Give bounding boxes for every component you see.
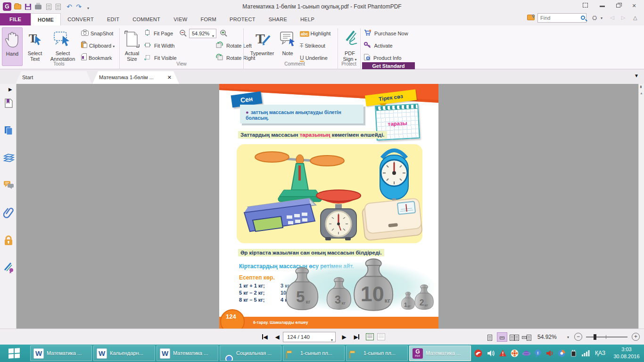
- language-indicator[interactable]: ҚАЗ: [595, 350, 605, 356]
- taskbar-button-word-2[interactable]: W Кальендарн...: [93, 346, 155, 361]
- tab-edit[interactable]: EDIT: [100, 13, 126, 25]
- tab-share[interactable]: SHARE: [262, 13, 294, 25]
- tab-list-caret[interactable]: ▼: [634, 73, 639, 78]
- signature-panel-icon[interactable]: [3, 262, 14, 272]
- power-tray-icon[interactable]: [570, 349, 578, 358]
- warning-tray-icon[interactable]: [499, 349, 507, 358]
- zoom-slider[interactable]: [586, 337, 627, 337]
- planet-tray-icon[interactable]: [522, 349, 530, 358]
- select-annotation-button[interactable]: Select Annotation: [47, 27, 78, 66]
- netdrive-tray-icon[interactable]: [558, 349, 566, 358]
- clipboard-caret[interactable]: ▾: [113, 44, 115, 49]
- foxit-app-icon[interactable]: G: [3, 2, 11, 11]
- clipboard-button[interactable]: Clipboard ▾: [81, 41, 115, 51]
- hand-tool-button[interactable]: Hand: [2, 27, 23, 66]
- tab-home[interactable]: HOME: [31, 13, 61, 25]
- taskbar-button-word-3[interactable]: W Математика ...: [157, 346, 218, 361]
- fit-page-button[interactable]: Fit Page: [144, 28, 173, 39]
- next-page-button[interactable]: ▶: [339, 332, 350, 342]
- doc-tab-start[interactable]: Start: [16, 71, 92, 84]
- single-page-layout-icon[interactable]: [485, 332, 495, 342]
- zoom-level-combo[interactable]: 54.92% ▾: [189, 29, 216, 38]
- previous-view-icon[interactable]: [366, 333, 374, 340]
- gear-icon[interactable]: ⛭: [592, 14, 597, 22]
- zoom-out-icon[interactable]: [179, 29, 187, 38]
- highlight-button[interactable]: abc Highlight: [300, 28, 330, 39]
- find-search-icon[interactable]: [581, 15, 585, 21]
- tab-file[interactable]: FILE: [0, 13, 31, 25]
- note-button[interactable]: Note: [279, 27, 296, 66]
- zoom-in-button[interactable]: +: [632, 333, 640, 341]
- taskbar-button-foxit[interactable]: GPDF Математика ...: [409, 346, 471, 361]
- security-panel-icon[interactable]: [3, 235, 14, 245]
- continuous-facing-layout-icon[interactable]: [521, 332, 532, 342]
- first-page-button[interactable]: ◀: [259, 332, 271, 342]
- strikeout-button[interactable]: T Strikeout: [300, 41, 325, 51]
- tab-form[interactable]: FORM: [194, 13, 223, 25]
- page-number-combo[interactable]: 124 / 140 ▾: [283, 332, 336, 342]
- zoom-out-button[interactable]: −: [574, 333, 582, 341]
- fit-width-button[interactable]: Fit Width: [144, 41, 174, 51]
- undo-icon[interactable]: ↶: [65, 2, 74, 11]
- print-icon[interactable]: [34, 2, 42, 11]
- zoom-slider-thumb[interactable]: [594, 334, 596, 340]
- restore-button[interactable]: [611, 2, 625, 10]
- close-button[interactable]: ✕: [627, 2, 641, 10]
- network-signal-tray-icon[interactable]: [581, 349, 590, 358]
- attachments-panel-icon[interactable]: [3, 207, 14, 218]
- email-icon[interactable]: [44, 2, 53, 11]
- doc-tab-document[interactable]: Математика 1-бөлім ... ✕: [92, 71, 179, 84]
- typewriter-button[interactable]: T Typewriter: [247, 27, 277, 66]
- zoom-combo-caret[interactable]: ▾: [212, 32, 214, 41]
- last-page-button[interactable]: ▶: [351, 332, 362, 342]
- loudspeaker-tray-icon[interactable]: [546, 349, 554, 358]
- actual-size-button[interactable]: Actual Size: [122, 27, 142, 66]
- page-combo-caret[interactable]: ▾: [331, 336, 333, 345]
- collapse-ribbon-icon[interactable]: △: [633, 15, 637, 21]
- status-zoom-caret[interactable]: ▾: [567, 335, 569, 339]
- tab-convert[interactable]: CONVERT: [61, 13, 100, 25]
- scrollbar-split-icon[interactable]: ⇟: [639, 85, 643, 89]
- zoom-in-icon[interactable]: [220, 29, 228, 38]
- product-info-button[interactable]: Product Info: [364, 53, 401, 63]
- search-folder-icon[interactable]: [527, 15, 535, 21]
- qat-customize-caret[interactable]: ▾: [84, 4, 92, 13]
- scroll-up-icon[interactable]: ▲: [640, 91, 643, 95]
- taskbar-button-chrome[interactable]: Социальная ...: [220, 346, 281, 361]
- snapshot-button[interactable]: SnapShot: [81, 28, 113, 39]
- new-document-icon[interactable]: ✱: [54, 2, 62, 11]
- messenger-tray-icon[interactable]: !: [534, 349, 542, 358]
- tab-view[interactable]: VIEW: [167, 13, 194, 25]
- fullscreen-button[interactable]: [578, 2, 592, 10]
- vertical-scrollbar[interactable]: ⇟ ▲: [638, 84, 644, 329]
- antivirus-tray-icon[interactable]: [474, 349, 482, 358]
- expand-panel-arrow-icon[interactable]: ▶: [8, 87, 12, 92]
- select-text-button[interactable]: T Select Text: [24, 27, 46, 66]
- taskbar-clock[interactable]: 3:03 30.08.2016: [612, 346, 641, 360]
- start-button[interactable]: [0, 345, 29, 362]
- find-options-caret[interactable]: ▾: [601, 16, 603, 20]
- taskbar-button-folder-1[interactable]: 1-сынып пл...: [283, 346, 345, 361]
- tab-protect[interactable]: PROTECT: [223, 13, 262, 25]
- status-zoom-value[interactable]: 54.92%: [537, 334, 557, 340]
- facing-layout-icon[interactable]: [509, 332, 520, 342]
- volume-tray-icon[interactable]: [487, 349, 495, 358]
- open-icon[interactable]: [13, 2, 22, 11]
- taskbar-button-folder-2[interactable]: 1-сынып пл...: [346, 346, 408, 361]
- pages-panel-icon[interactable]: [3, 125, 14, 136]
- save-icon[interactable]: [24, 2, 32, 11]
- redo-icon[interactable]: ↷: [74, 2, 83, 11]
- minimize-button[interactable]: [595, 2, 609, 10]
- rotate-left-button[interactable]: Rotate Left: [216, 41, 252, 51]
- tab-comment[interactable]: COMMENT: [126, 13, 167, 25]
- continuous-layout-icon[interactable]: [497, 332, 507, 342]
- taskbar-button-word-1[interactable]: W Математика ...: [30, 346, 92, 361]
- comments-panel-icon[interactable]: [3, 180, 14, 190]
- find-input[interactable]: [537, 13, 586, 23]
- previous-page-button[interactable]: ◀: [272, 332, 283, 342]
- pdf-sign-button[interactable]: PDF Sign ▾: [340, 27, 359, 66]
- purchase-now-button[interactable]: Purchase Now: [364, 28, 408, 39]
- activate-button[interactable]: Activate: [364, 41, 393, 51]
- bookmarks-panel-icon[interactable]: [3, 98, 14, 108]
- layers-panel-icon[interactable]: [3, 153, 14, 163]
